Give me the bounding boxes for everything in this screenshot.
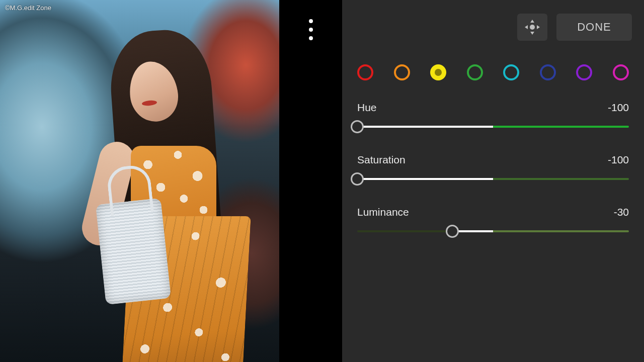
swatch-aqua[interactable] xyxy=(503,64,519,80)
swatch-green[interactable] xyxy=(467,64,483,80)
svg-point-0 xyxy=(530,25,535,30)
hue-slider-row: Hue -100 xyxy=(357,102,629,133)
hue-value: -100 xyxy=(608,102,629,114)
swatch-blue[interactable] xyxy=(540,64,556,80)
svg-marker-2 xyxy=(530,32,534,35)
luminance-slider[interactable] xyxy=(357,225,629,237)
saturation-label: Saturation xyxy=(357,154,406,166)
saturation-slider[interactable] xyxy=(357,173,629,185)
hue-label: Hue xyxy=(357,102,377,114)
swatch-magenta[interactable] xyxy=(613,64,629,80)
swatch-purple[interactable] xyxy=(576,64,592,80)
more-options-icon[interactable] xyxy=(309,19,313,40)
swatch-orange[interactable] xyxy=(394,64,410,80)
preview-image[interactable]: ©M.G.edit Zone xyxy=(0,0,279,362)
swatch-yellow[interactable] xyxy=(430,64,446,80)
luminance-value: -30 xyxy=(614,206,629,218)
hue-thumb[interactable] xyxy=(351,120,364,133)
image-preview-pane: ©M.G.edit Zone xyxy=(0,0,342,362)
svg-marker-4 xyxy=(537,25,540,29)
color-swatch-row xyxy=(354,44,632,98)
pan-tool-button[interactable] xyxy=(517,14,547,41)
done-button[interactable]: DONE xyxy=(556,14,632,41)
swatch-red[interactable] xyxy=(357,64,373,80)
luminance-slider-row: Luminance -30 xyxy=(357,206,629,237)
hue-slider[interactable] xyxy=(357,121,629,133)
watermark-text: ©M.G.edit Zone xyxy=(5,4,51,12)
saturation-value: -100 xyxy=(608,154,629,166)
saturation-slider-row: Saturation -100 xyxy=(357,154,629,185)
saturation-thumb[interactable] xyxy=(351,172,364,186)
svg-marker-1 xyxy=(530,20,534,23)
luminance-thumb[interactable] xyxy=(446,225,459,238)
svg-marker-3 xyxy=(525,25,528,29)
color-mix-panel: DONE Hue -100 Saturation -100 Lum xyxy=(342,0,644,362)
pan-arrows-icon xyxy=(524,19,541,36)
luminance-label: Luminance xyxy=(357,206,409,218)
